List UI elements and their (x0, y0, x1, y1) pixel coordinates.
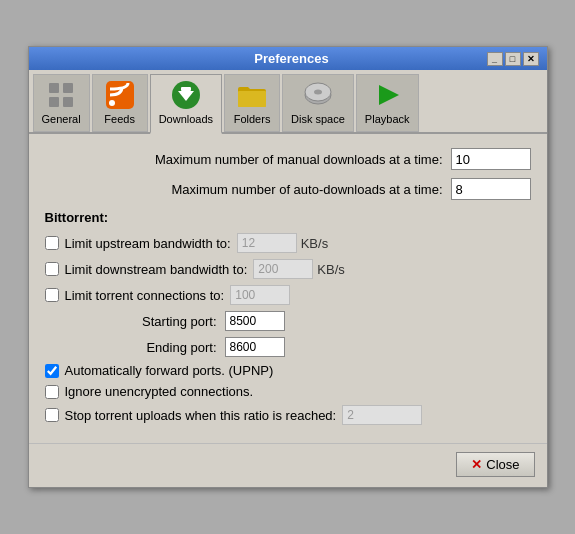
starting-port-row: Starting port: (105, 311, 531, 331)
auto-downloads-input[interactable] (451, 178, 531, 200)
tab-playback[interactable]: Playback (356, 74, 419, 132)
ending-port-input[interactable] (225, 337, 285, 357)
svg-point-5 (109, 100, 115, 106)
limit-connections-checkbox[interactable] (45, 288, 59, 302)
stop-uploads-label: Stop torrent uploads when this ratio is … (65, 408, 343, 423)
tab-diskspace[interactable]: Disk space (282, 74, 354, 132)
tab-feeds-label: Feeds (104, 113, 135, 125)
limit-connections-label: Limit torrent connections to: (65, 288, 231, 303)
svg-rect-8 (181, 87, 191, 91)
svg-rect-1 (63, 83, 73, 93)
svg-rect-3 (63, 97, 73, 107)
tab-folders[interactable]: Folders (224, 74, 280, 132)
close-icon: ✕ (471, 457, 482, 472)
svg-rect-2 (49, 97, 59, 107)
auto-downloads-label: Maximum number of auto-downloads at a ti… (45, 182, 451, 197)
window-title: Preferences (97, 51, 487, 66)
limit-downstream-row: Limit downstream bandwidth to: KB/s (45, 259, 531, 279)
tabs-bar: General Feeds Dow (29, 70, 547, 134)
limit-upstream-checkbox[interactable] (45, 236, 59, 250)
starting-port-input[interactable] (225, 311, 285, 331)
limit-upstream-unit: KB/s (301, 236, 328, 251)
content-area: Maximum number of manual downloads at a … (29, 134, 547, 443)
ending-port-row: Ending port: (105, 337, 531, 357)
stop-uploads-input[interactable] (342, 405, 422, 425)
close-label: Close (486, 457, 519, 472)
svg-rect-9 (238, 91, 266, 107)
limit-downstream-unit: KB/s (317, 262, 344, 277)
limit-downstream-checkbox[interactable] (45, 262, 59, 276)
titlebar: Preferences _ □ ✕ (29, 47, 547, 70)
limit-upstream-input[interactable] (237, 233, 297, 253)
ending-port-label: Ending port: (105, 340, 225, 355)
minimize-button[interactable]: _ (487, 52, 503, 66)
svg-rect-0 (49, 83, 59, 93)
close-window-button[interactable]: ✕ (523, 52, 539, 66)
limit-connections-input[interactable] (230, 285, 290, 305)
feeds-icon (104, 79, 136, 111)
tab-downloads-label: Downloads (159, 113, 213, 125)
limit-connections-row: Limit torrent connections to: (45, 285, 531, 305)
limit-downstream-input[interactable] (253, 259, 313, 279)
playback-icon (371, 79, 403, 111)
ignore-unencrypted-row: Ignore unencrypted connections. (45, 384, 531, 399)
general-icon (45, 79, 77, 111)
stop-uploads-checkbox[interactable] (45, 408, 59, 422)
close-button[interactable]: ✕ Close (456, 452, 534, 477)
ignore-unencrypted-label: Ignore unencrypted connections. (65, 384, 260, 399)
auto-forward-label: Automatically forward ports. (UPNP) (65, 363, 280, 378)
tab-general[interactable]: General (33, 74, 90, 132)
manual-downloads-row: Maximum number of manual downloads at a … (45, 148, 531, 170)
tab-playback-label: Playback (365, 113, 410, 125)
limit-downstream-label: Limit downstream bandwidth to: (65, 262, 254, 277)
downloads-icon (170, 79, 202, 111)
auto-forward-checkbox[interactable] (45, 364, 59, 378)
auto-downloads-row: Maximum number of auto-downloads at a ti… (45, 178, 531, 200)
footer: ✕ Close (29, 443, 547, 487)
tab-folders-label: Folders (234, 113, 271, 125)
diskspace-icon (302, 79, 334, 111)
folders-icon (236, 79, 268, 111)
stop-uploads-row: Stop torrent uploads when this ratio is … (45, 405, 531, 425)
tab-downloads[interactable]: Downloads (150, 74, 222, 134)
tab-feeds[interactable]: Feeds (92, 74, 148, 132)
manual-downloads-label: Maximum number of manual downloads at a … (45, 152, 451, 167)
maximize-button[interactable]: □ (505, 52, 521, 66)
svg-point-12 (314, 90, 322, 95)
starting-port-label: Starting port: (105, 314, 225, 329)
preferences-window: Preferences _ □ ✕ General (28, 46, 548, 488)
tab-diskspace-label: Disk space (291, 113, 345, 125)
ignore-unencrypted-checkbox[interactable] (45, 385, 59, 399)
auto-forward-row: Automatically forward ports. (UPNP) (45, 363, 531, 378)
limit-upstream-row: Limit upstream bandwidth to: KB/s (45, 233, 531, 253)
bittorrent-heading: Bittorrent: (45, 210, 531, 225)
window-controls: _ □ ✕ (487, 52, 539, 66)
limit-upstream-label: Limit upstream bandwidth to: (65, 236, 237, 251)
tab-general-label: General (42, 113, 81, 125)
manual-downloads-input[interactable] (451, 148, 531, 170)
svg-marker-13 (379, 85, 399, 105)
